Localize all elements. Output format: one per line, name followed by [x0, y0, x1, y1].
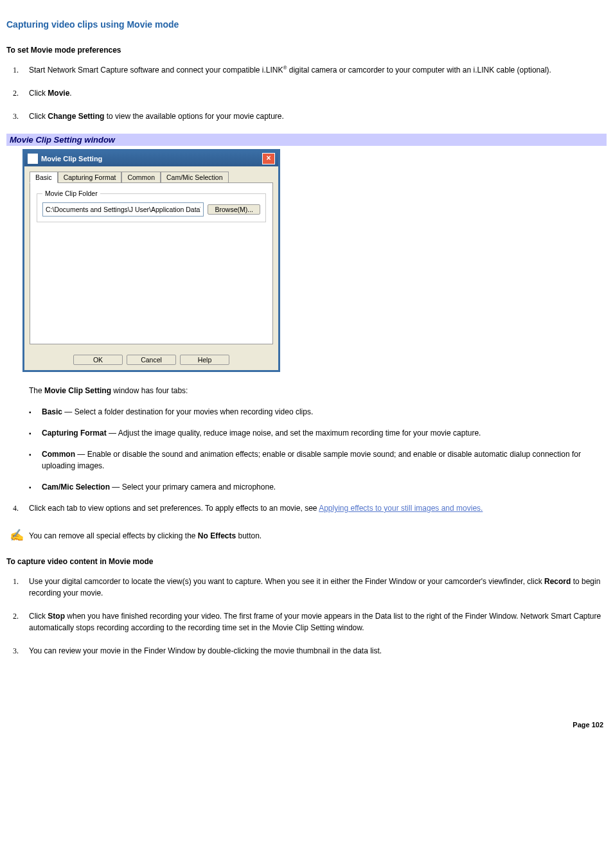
step-number: 2.	[13, 87, 19, 99]
tab-capturing-format[interactable]: Capturing Format	[58, 172, 122, 182]
list-item: 2. Click Movie.	[29, 87, 607, 99]
step-text: Click	[29, 612, 48, 621]
section2-list: 1. Use your digital camcorder to locate …	[6, 576, 607, 657]
step-text: Click	[29, 89, 48, 98]
figure-caption: Movie Clip Setting window	[6, 134, 607, 146]
applying-effects-link[interactable]: Applying effects to your still images an…	[319, 504, 483, 513]
step-text: Click	[29, 112, 48, 121]
list-item: Capturing Format — Adjust the image qual…	[42, 427, 607, 439]
step-text: Use your digital camcorder to locate the…	[29, 577, 544, 586]
group-label: Movie Clip Folder	[42, 190, 100, 197]
ok-button[interactable]: OK	[73, 355, 123, 365]
dialog-title: Movie Clip Setting	[41, 155, 102, 163]
step-number: 3.	[13, 645, 19, 657]
dialog-body: Basic Capturing Format Common Cam/Mic Se…	[24, 166, 278, 350]
step-text: Click each tab to view options and set p…	[29, 504, 319, 513]
tabs-description-list: Basic — Select a folder destination for …	[6, 406, 607, 493]
section1-list-cont: 4. Click each tab to view options and se…	[6, 502, 607, 514]
section2-heading: To capture video content in Movie mode	[6, 557, 607, 566]
list-item: 1. Start Network Smart Capture software …	[29, 64, 607, 76]
movie-clip-setting-dialog: Movie Clip Setting × Basic Capturing For…	[22, 149, 280, 372]
list-item: 3. You can review your movie in the Find…	[29, 645, 607, 657]
page-number: Page 102	[6, 721, 607, 729]
movie-clip-folder-group: Movie Clip Folder Browse(M)...	[37, 190, 266, 222]
tab-basic[interactable]: Basic	[30, 172, 58, 183]
cancel-button[interactable]: Cancel	[127, 355, 176, 365]
step-bold: Movie	[48, 89, 69, 98]
note-text: button.	[236, 531, 262, 540]
step-text: Start Network Smart Capture software and…	[29, 66, 283, 75]
step-number: 4.	[13, 502, 19, 514]
folder-path-input[interactable]	[42, 202, 204, 217]
step-number: 3.	[13, 111, 19, 122]
note-icon: ✍	[10, 527, 24, 544]
tab-cam-mic[interactable]: Cam/Mic Selection	[161, 172, 229, 182]
list-item: 1. Use your digital camcorder to locate …	[29, 576, 607, 599]
tab-strip: Basic Capturing Format Common Cam/Mic Se…	[30, 172, 273, 183]
paragraph: The Movie Clip Setting window has four t…	[29, 385, 607, 396]
step-bold: Record	[544, 577, 571, 586]
step-number: 1.	[13, 64, 19, 76]
help-button[interactable]: Help	[180, 355, 229, 365]
step-text: .	[69, 89, 71, 98]
step-text: You can review your movie in the Finder …	[29, 646, 382, 655]
list-item: 3. Click Change Setting to view the avai…	[29, 111, 607, 122]
dialog-footer: OK Cancel Help	[24, 350, 278, 370]
list-item: 4. Click each tab to view options and se…	[29, 502, 607, 514]
step-text: digital camera or camcorder to your comp…	[287, 66, 551, 75]
note-text: You can remove all special effects by cl…	[29, 531, 198, 540]
page-title: Capturing video clips using Movie mode	[6, 19, 607, 30]
tab-panel-basic: Movie Clip Folder Browse(M)...	[30, 183, 273, 344]
note: ✍ You can remove all special effects by …	[10, 527, 607, 544]
step-bold: Stop	[48, 612, 65, 621]
step-text: when you have finished recording your vi…	[29, 612, 601, 632]
section1-list: 1. Start Network Smart Capture software …	[6, 64, 607, 122]
step-number: 1.	[13, 576, 19, 587]
browse-button[interactable]: Browse(M)...	[208, 204, 260, 215]
step-bold: Change Setting	[48, 112, 104, 121]
note-bold: No Effects	[198, 531, 236, 540]
step-text: to view the available options for your m…	[104, 112, 283, 121]
app-icon	[28, 154, 38, 164]
list-item: Basic — Select a folder destination for …	[42, 406, 607, 418]
list-item: Common — Enable or disable the sound and…	[42, 448, 607, 472]
section1-heading: To set Movie mode preferences	[6, 46, 607, 55]
step-number: 2.	[13, 610, 19, 622]
list-item: 2. Click Stop when you have finished rec…	[29, 610, 607, 633]
list-item: Cam/Mic Selection — Select your primary …	[42, 481, 607, 493]
tab-common[interactable]: Common	[121, 172, 161, 182]
close-icon[interactable]: ×	[262, 153, 275, 164]
dialog-titlebar: Movie Clip Setting ×	[24, 151, 278, 166]
